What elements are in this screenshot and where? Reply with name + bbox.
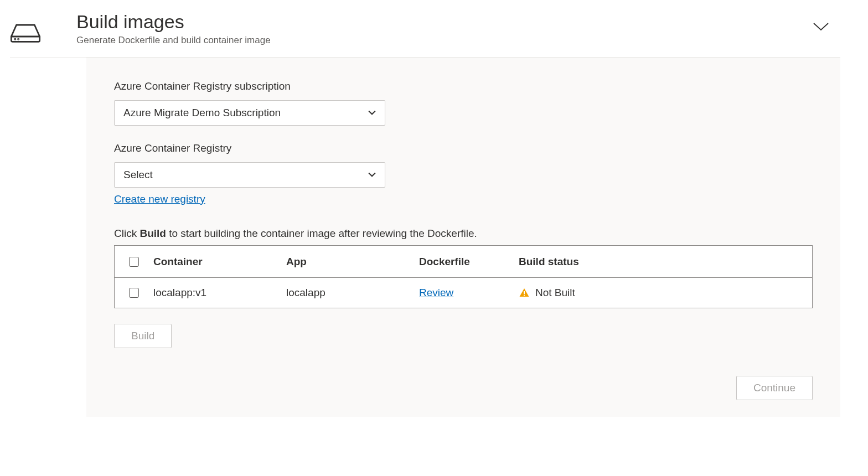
- svg-rect-3: [524, 291, 525, 294]
- svg-point-1: [15, 39, 16, 39]
- table-header-row: Container App Dockerfile Build status: [115, 246, 812, 278]
- collapse-toggle[interactable]: [813, 11, 840, 34]
- page-subtitle: Generate Dockerfile and build container …: [76, 35, 779, 46]
- cell-app: localapp: [286, 287, 419, 299]
- svg-point-2: [18, 39, 19, 39]
- subscription-label: Azure Container Registry subscription: [114, 80, 813, 92]
- warning-icon: [519, 287, 530, 298]
- col-app: App: [286, 256, 419, 268]
- build-status-text: Not Built: [535, 287, 575, 299]
- registry-select[interactable]: Select: [114, 162, 385, 188]
- storage-icon: [10, 11, 43, 45]
- subscription-select[interactable]: Azure Migrate Demo Subscription: [114, 100, 385, 126]
- build-button[interactable]: Build: [114, 324, 172, 348]
- continue-button[interactable]: Continue: [736, 376, 813, 400]
- table-row: localapp:v1 localapp Review Not Built: [115, 278, 812, 308]
- col-build-status: Build status: [519, 256, 812, 268]
- registry-value: Select: [123, 169, 153, 181]
- select-all-checkbox[interactable]: [129, 257, 139, 267]
- col-container: Container: [153, 256, 286, 268]
- chevron-down-icon: [368, 171, 376, 179]
- page-title: Build images: [76, 11, 779, 33]
- build-instruction: Click Build to start building the contai…: [114, 227, 813, 240]
- create-registry-link[interactable]: Create new registry: [114, 193, 205, 205]
- chevron-down-icon: [813, 22, 829, 32]
- svg-rect-4: [524, 295, 525, 296]
- subscription-value: Azure Migrate Demo Subscription: [123, 107, 281, 119]
- containers-table: Container App Dockerfile Build status lo…: [114, 245, 813, 308]
- cell-container: localapp:v1: [153, 287, 286, 299]
- row-checkbox[interactable]: [129, 288, 139, 298]
- review-link[interactable]: Review: [419, 287, 453, 298]
- chevron-down-icon: [368, 109, 376, 117]
- registry-label: Azure Container Registry: [114, 142, 813, 154]
- col-dockerfile: Dockerfile: [419, 256, 519, 268]
